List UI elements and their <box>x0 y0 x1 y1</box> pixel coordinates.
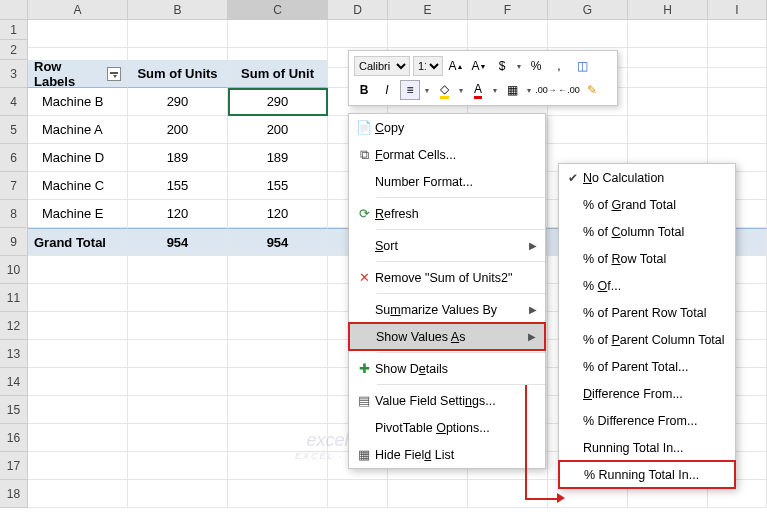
pivot-value[interactable]: 120 <box>228 200 328 228</box>
cell[interactable] <box>128 284 228 312</box>
format-painter-icon[interactable]: ◫ <box>572 56 592 76</box>
borders-icon[interactable]: ▦ <box>502 80 522 100</box>
cell[interactable] <box>128 312 228 340</box>
menu-pivottable-options[interactable]: PivotTable Options... <box>349 414 545 441</box>
cell[interactable] <box>328 480 388 508</box>
pivot-grand-total-label[interactable]: Grand Total <box>28 228 128 256</box>
row-header[interactable]: 10 <box>0 256 28 284</box>
cell[interactable] <box>28 284 128 312</box>
submenu-difference-from[interactable]: Difference From... <box>559 380 735 407</box>
row-header[interactable]: 8 <box>0 200 28 228</box>
cell[interactable] <box>628 60 708 88</box>
cell[interactable] <box>228 396 328 424</box>
decrease-font-icon[interactable]: A▼ <box>469 56 489 76</box>
pivot-header-sumunits2[interactable]: Sum of Unit <box>228 60 328 88</box>
col-header-I[interactable]: I <box>708 0 767 20</box>
bold-button[interactable]: B <box>354 80 374 100</box>
font-select[interactable]: Calibri <box>354 56 410 76</box>
menu-hide-field-list[interactable]: ▦Hide Field List <box>349 441 545 468</box>
row-header[interactable]: 1 <box>0 20 28 40</box>
menu-number-format[interactable]: Number Format... <box>349 168 545 195</box>
menu-format-cells[interactable]: ⧉Format Cells... <box>349 141 545 168</box>
pivot-row-label[interactable]: Machine C <box>28 172 128 200</box>
submenu-pct-parent-total[interactable]: % of Parent Total... <box>559 353 735 380</box>
cell[interactable] <box>128 340 228 368</box>
cell[interactable] <box>128 368 228 396</box>
menu-show-values-as[interactable]: Show Values As▶ <box>348 322 546 351</box>
cell[interactable] <box>28 424 128 452</box>
pivot-value[interactable]: 155 <box>128 172 228 200</box>
submenu-pct-parent-row[interactable]: % of Parent Row Total <box>559 299 735 326</box>
pivot-row-label[interactable]: Machine B <box>28 88 128 116</box>
pivot-value[interactable]: 120 <box>128 200 228 228</box>
row-header[interactable]: 2 <box>0 40 28 60</box>
submenu-pct-of[interactable]: % Of... <box>559 272 735 299</box>
cell[interactable] <box>708 60 767 88</box>
cell[interactable] <box>28 256 128 284</box>
pivot-value[interactable]: 200 <box>228 116 328 144</box>
cell[interactable] <box>28 480 128 508</box>
increase-font-icon[interactable]: A▲ <box>446 56 466 76</box>
cell[interactable] <box>468 480 548 508</box>
row-header[interactable]: 16 <box>0 424 28 452</box>
cell[interactable] <box>28 312 128 340</box>
pivot-row-label[interactable]: Machine D <box>28 144 128 172</box>
pivot-value[interactable]: 290 <box>128 88 228 116</box>
pivot-grand-total-value[interactable]: 954 <box>128 228 228 256</box>
font-color-icon[interactable]: A <box>468 80 488 100</box>
submenu-pct-running-total[interactable]: % Running Total In... <box>558 460 736 489</box>
cell[interactable] <box>28 452 128 480</box>
submenu-no-calculation[interactable]: ✔No Calculation <box>559 164 735 191</box>
col-header-D[interactable]: D <box>328 0 388 20</box>
row-header[interactable]: 18 <box>0 480 28 508</box>
increase-decimal-icon[interactable]: .00→ <box>536 80 556 100</box>
cell[interactable] <box>388 480 468 508</box>
cell[interactable] <box>228 340 328 368</box>
decrease-decimal-icon[interactable]: ←.00 <box>559 80 579 100</box>
percent-icon[interactable]: % <box>526 56 546 76</box>
submenu-pct-column-total[interactable]: % of Column Total <box>559 218 735 245</box>
filter-dropdown-icon[interactable] <box>107 67 121 81</box>
row-header[interactable]: 15 <box>0 396 28 424</box>
row-header[interactable]: 11 <box>0 284 28 312</box>
pivot-row-label[interactable]: Machine E <box>28 200 128 228</box>
cell[interactable] <box>128 424 228 452</box>
cell[interactable] <box>128 256 228 284</box>
pivot-grand-total-value[interactable]: 954 <box>228 228 328 256</box>
row-header[interactable]: 5 <box>0 116 28 144</box>
align-icon[interactable]: ≡ <box>400 80 420 100</box>
cell[interactable] <box>708 88 767 116</box>
menu-summarize-values[interactable]: Summarize Values By▶ <box>349 296 545 323</box>
fill-color-icon[interactable]: ◇ <box>434 80 454 100</box>
cell[interactable] <box>628 116 708 144</box>
menu-remove-field[interactable]: ✕Remove "Sum of Units2" <box>349 264 545 291</box>
menu-show-details[interactable]: ✚Show Details <box>349 355 545 382</box>
row-header[interactable]: 7 <box>0 172 28 200</box>
submenu-pct-row-total[interactable]: % of Row Total <box>559 245 735 272</box>
col-header-C[interactable]: C <box>228 0 328 20</box>
pivot-value[interactable]: 200 <box>128 116 228 144</box>
cell[interactable] <box>548 116 628 144</box>
menu-sort[interactable]: Sort▶ <box>349 232 545 259</box>
italic-button[interactable]: I <box>377 80 397 100</box>
cell[interactable] <box>28 340 128 368</box>
menu-copy[interactable]: 📄CCopyopy <box>349 114 545 141</box>
cell[interactable] <box>708 116 767 144</box>
cell[interactable] <box>128 452 228 480</box>
cell[interactable] <box>228 368 328 396</box>
cell[interactable] <box>228 452 328 480</box>
comma-icon[interactable]: , <box>549 56 569 76</box>
cell[interactable] <box>128 396 228 424</box>
cell[interactable] <box>228 256 328 284</box>
cell[interactable] <box>228 424 328 452</box>
submenu-pct-grand-total[interactable]: % of Grand Total <box>559 191 735 218</box>
row-header[interactable]: 14 <box>0 368 28 396</box>
row-header[interactable]: 17 <box>0 452 28 480</box>
col-header-F[interactable]: F <box>468 0 548 20</box>
pivot-value[interactable]: 189 <box>228 144 328 172</box>
cell[interactable] <box>28 368 128 396</box>
submenu-pct-difference-from[interactable]: % Difference From... <box>559 407 735 434</box>
row-header[interactable]: 13 <box>0 340 28 368</box>
col-header-G[interactable]: G <box>548 0 628 20</box>
col-header-H[interactable]: H <box>628 0 708 20</box>
